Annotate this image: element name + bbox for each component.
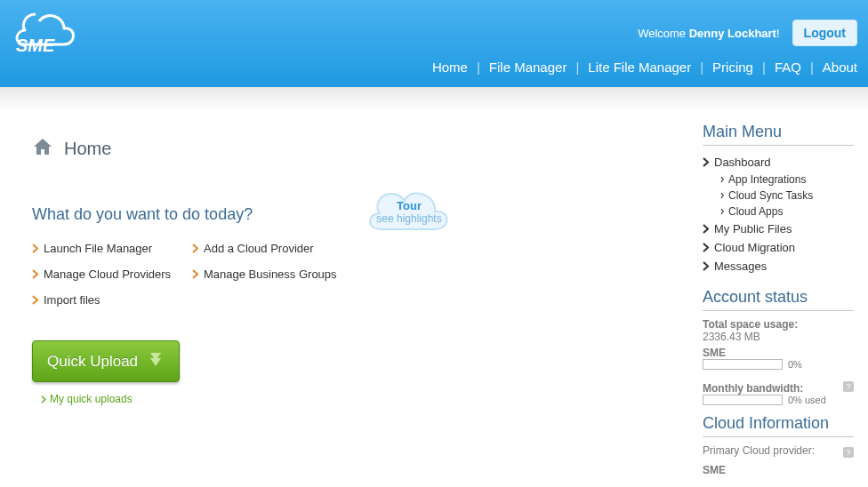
menu-messages[interactable]: Messages bbox=[703, 257, 854, 275]
bandwidth-bar bbox=[703, 395, 783, 405]
cloud-info-heading: Cloud Information bbox=[703, 414, 854, 437]
quick-upload-button[interactable]: Quick Upload bbox=[32, 340, 180, 382]
nav-faq[interactable]: FAQ bbox=[775, 60, 801, 75]
chevron-right-icon bbox=[32, 269, 38, 279]
menu-app-integrations[interactable]: App Integrations bbox=[720, 172, 854, 188]
task-manage-business-groups[interactable]: Manage Business Groups bbox=[192, 267, 352, 281]
sme-label: SME bbox=[703, 347, 854, 359]
upload-icon bbox=[147, 350, 165, 372]
nav-about[interactable]: About bbox=[823, 60, 857, 75]
logo-sme-cloud[interactable]: SME bbox=[9, 5, 84, 59]
chevron-right-icon bbox=[41, 395, 46, 403]
tour-title: Tour bbox=[360, 199, 458, 212]
nav-home[interactable]: Home bbox=[432, 60, 468, 75]
tour-callout[interactable]: Tour see highlights bbox=[360, 178, 458, 240]
chevron-right-icon bbox=[703, 157, 709, 167]
chevron-right-icon bbox=[703, 243, 709, 252]
question-heading: What do you want to do today? bbox=[32, 205, 685, 224]
chevron-right-icon bbox=[720, 205, 724, 218]
header-shadow bbox=[0, 87, 868, 112]
chevron-right-icon bbox=[720, 189, 724, 202]
header: SME Welcome Denny Lockhart! Logout Home|… bbox=[0, 0, 868, 87]
chevron-right-icon bbox=[32, 295, 38, 305]
top-nav: Home| File Manager| Lite File Manager| P… bbox=[432, 60, 857, 75]
page-title: Home bbox=[64, 139, 111, 159]
primary-provider-label: Primary Cloud provider: bbox=[703, 444, 815, 457]
total-space-value: 2336.43 MB bbox=[703, 331, 854, 343]
chevron-right-icon bbox=[32, 244, 38, 253]
nav-file-manager[interactable]: File Manager bbox=[489, 60, 567, 75]
bandwidth-pct: 0% used bbox=[788, 395, 826, 405]
svg-text:SME: SME bbox=[16, 36, 55, 55]
chevron-right-icon bbox=[703, 261, 709, 271]
menu-cloud-sync-tasks[interactable]: Cloud Sync Tasks bbox=[720, 188, 854, 204]
task-manage-cloud-providers[interactable]: Manage Cloud Providers bbox=[32, 267, 192, 281]
nav-pricing[interactable]: Pricing bbox=[712, 60, 753, 75]
menu-cloud-apps[interactable]: Cloud Apps bbox=[720, 204, 854, 220]
home-icon bbox=[32, 137, 53, 161]
help-icon[interactable]: ? bbox=[843, 381, 854, 392]
menu-cloud-migration[interactable]: Cloud Migration bbox=[703, 238, 854, 257]
main-menu-list: Dashboard App Integrations Cloud Sync Ta… bbox=[703, 153, 854, 275]
menu-dashboard[interactable]: Dashboard bbox=[703, 153, 854, 172]
help-icon[interactable]: ? bbox=[843, 447, 854, 458]
task-import-files[interactable]: Import files bbox=[32, 293, 192, 307]
chevron-right-icon bbox=[192, 244, 198, 253]
task-add-cloud-provider[interactable]: Add a Cloud Provider bbox=[192, 242, 352, 255]
primary-provider-value: SME bbox=[703, 464, 854, 476]
nav-lite-file-manager[interactable]: Lite File Manager bbox=[588, 60, 691, 75]
my-quick-uploads-link[interactable]: My quick uploads bbox=[41, 393, 685, 405]
total-space-label: Total space usage: bbox=[703, 318, 854, 331]
sme-usage-bar bbox=[703, 359, 783, 370]
chevron-right-icon bbox=[703, 224, 709, 234]
sme-usage-pct: 0% bbox=[788, 359, 802, 370]
chevron-right-icon bbox=[192, 269, 198, 279]
logout-button[interactable]: Logout bbox=[792, 20, 857, 46]
menu-public-files[interactable]: My Public Files bbox=[703, 220, 854, 238]
chevron-right-icon bbox=[720, 173, 724, 186]
account-status-heading: Account status bbox=[703, 288, 854, 311]
bandwidth-label: Monthly bandwidth: bbox=[703, 382, 803, 395]
task-launch-file-manager[interactable]: Launch File Manager bbox=[32, 242, 192, 255]
main-menu-heading: Main Menu bbox=[703, 123, 854, 146]
welcome-text: Welcome Denny Lockhart! bbox=[638, 27, 779, 40]
tour-subtitle: see highlights bbox=[360, 212, 458, 225]
